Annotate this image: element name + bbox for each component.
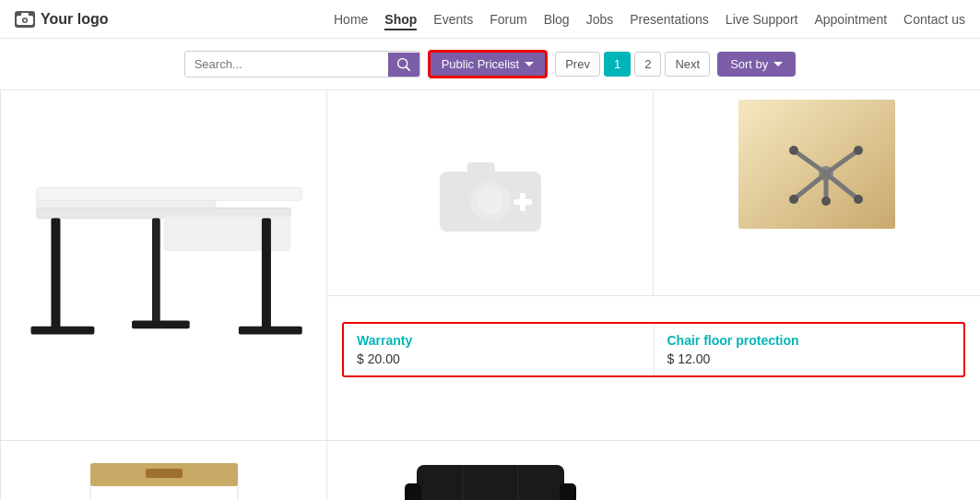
nav-jobs[interactable]: Jobs: [586, 12, 614, 27]
toolbar: Public Pricelist Prev 1 2 Next Sort by: [0, 39, 980, 90]
chair-floor-info-cell[interactable]: Chair floor protection $ 12.00: [655, 324, 964, 375]
svg-rect-9: [31, 326, 95, 334]
navbar: Your logo Home Shop Events Forum Blog Jo…: [0, 0, 980, 39]
chair-floor-image: [738, 100, 895, 229]
warranty-title: Warranty: [357, 333, 641, 348]
svg-rect-34: [146, 469, 183, 478]
nav-blog[interactable]: Blog: [544, 12, 570, 27]
svg-rect-38: [405, 483, 421, 500]
warranty-cell[interactable]: Warranty $ 20.00: [344, 324, 655, 375]
sofa-image: [403, 456, 578, 500]
svg-rect-8: [262, 218, 271, 333]
svg-rect-19: [520, 193, 525, 211]
chair-floor-title: Chair floor protection: [667, 333, 951, 348]
nav-links: Home Shop Events Forum Blog Jobs Present…: [334, 12, 965, 27]
logo-icon: [15, 11, 35, 28]
sortby-button[interactable]: Sort by: [717, 52, 796, 77]
svg-rect-39: [560, 483, 576, 500]
page-1-button[interactable]: 1: [604, 52, 631, 77]
svg-point-27: [789, 146, 798, 155]
svg-point-31: [854, 195, 863, 204]
svg-rect-7: [51, 218, 60, 333]
product-info-row: Warranty $ 20.00 Chair floor protection …: [327, 296, 980, 442]
search-icon: [397, 58, 410, 71]
pricelist-label: Public Pricelist: [442, 57, 520, 71]
svg-rect-10: [239, 326, 302, 334]
nav-shop[interactable]: Shop: [384, 12, 417, 30]
svg-rect-11: [152, 218, 160, 322]
camera-placeholder-icon: [435, 147, 546, 239]
nav-home[interactable]: Home: [334, 12, 368, 27]
search-wrap: [184, 51, 420, 77]
product-placeholder-cell[interactable]: [327, 90, 654, 296]
nav-contact[interactable]: Contact us: [903, 12, 965, 27]
product-grid: Warranty $ 20.00 Chair floor protection …: [0, 90, 980, 500]
desk-image: [19, 156, 308, 375]
nav-presentations[interactable]: Presentations: [630, 12, 709, 27]
svg-point-2: [24, 18, 27, 21]
chair-floor-price: $ 12.00: [667, 351, 951, 366]
svg-point-30: [789, 195, 798, 204]
product-chair-floor-cell[interactable]: [654, 90, 980, 296]
product-desk-cell[interactable]: [1, 90, 327, 441]
logo[interactable]: Your logo: [15, 11, 108, 28]
logo-text: Your logo: [41, 11, 108, 28]
next-button[interactable]: Next: [665, 52, 710, 77]
sortby-label: Sort by: [730, 57, 768, 71]
product-storage-cell[interactable]: [1, 441, 327, 500]
prev-button[interactable]: Prev: [555, 52, 600, 77]
svg-rect-13: [37, 187, 302, 200]
pricelist-button[interactable]: Public Pricelist: [428, 50, 549, 78]
storage-image: [86, 458, 242, 501]
pagination: Prev 1 2 Next: [555, 52, 710, 77]
search-button[interactable]: [388, 53, 419, 77]
svg-point-16: [478, 188, 503, 214]
nav-appointment[interactable]: Appointment: [814, 12, 887, 27]
nav-forum[interactable]: Forum: [490, 12, 526, 27]
svg-rect-5: [164, 216, 291, 251]
product-sofa-cell[interactable]: [327, 441, 654, 500]
caret-icon: [773, 62, 783, 66]
warranty-price: $ 20.00: [357, 351, 641, 366]
svg-rect-12: [132, 320, 190, 328]
svg-rect-17: [467, 162, 495, 176]
caret-icon: [525, 62, 534, 66]
nav-events[interactable]: Events: [433, 12, 473, 27]
search-input[interactable]: [185, 52, 388, 77]
page-2-button[interactable]: 2: [634, 52, 661, 77]
svg-rect-3: [21, 13, 29, 17]
nav-live-support[interactable]: Live Support: [726, 12, 798, 27]
product-info-box: Warranty $ 20.00 Chair floor protection …: [342, 322, 965, 377]
svg-point-28: [854, 146, 863, 155]
svg-rect-36: [417, 465, 564, 500]
svg-point-29: [821, 196, 831, 206]
